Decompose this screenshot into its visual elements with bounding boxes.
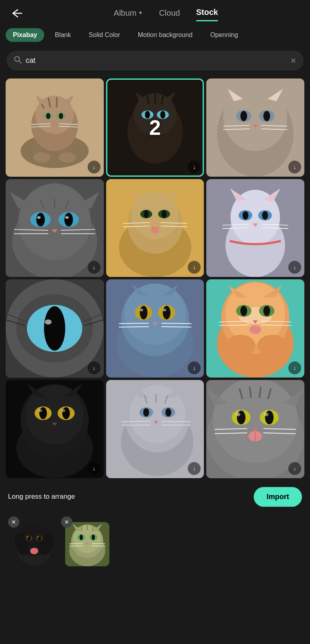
search-input[interactable] [26, 56, 286, 65]
download-icon-6: ↓ [294, 264, 296, 270]
svg-point-79 [161, 210, 166, 218]
svg-point-160 [62, 407, 70, 419]
cat-tab-motion-background[interactable]: Motion background [131, 28, 200, 42]
svg-point-142 [263, 306, 270, 316]
svg-point-58 [36, 213, 45, 226]
download-icon-4: ↓ [92, 264, 95, 270]
svg-point-21 [59, 152, 76, 162]
svg-point-215 [31, 541, 38, 547]
download-button-11[interactable]: ↓ [188, 462, 201, 475]
image-cell-6[interactable]: ↓ [206, 179, 304, 277]
svg-line-130 [161, 327, 191, 327]
search-clear-button[interactable]: ✕ [290, 56, 296, 65]
image-cell-1[interactable]: ↓ [6, 78, 104, 177]
thumb-remove-2[interactable]: ✕ [61, 516, 72, 528]
image-cell-12[interactable]: ↓ [206, 380, 304, 478]
svg-point-146 [257, 335, 287, 356]
svg-line-231 [92, 546, 105, 546]
svg-line-230 [92, 543, 105, 544]
album-label: Album [114, 8, 137, 18]
download-icon-9: ↓ [294, 365, 296, 371]
download-button-10[interactable]: ↓ [88, 462, 101, 475]
svg-point-194 [265, 411, 274, 424]
image-grid: ↓ [0, 76, 310, 481]
image-cell-3[interactable]: ↓ [206, 78, 304, 177]
image-cell-2[interactable]: 2 ↓ [106, 78, 204, 177]
image-cell-4[interactable]: ↓ [6, 179, 104, 277]
svg-line-178 [121, 421, 150, 422]
cat-tab-blank[interactable]: Blank [47, 28, 78, 42]
svg-line-128 [119, 327, 148, 327]
download-icon-1: ↓ [92, 164, 95, 170]
svg-point-109 [45, 320, 51, 325]
svg-line-229 [69, 546, 83, 546]
svg-point-226 [92, 535, 95, 540]
svg-point-162 [62, 409, 65, 412]
download-icon-12: ↓ [294, 465, 296, 472]
download-button-1[interactable]: ↓ [88, 161, 101, 173]
image-cell-7[interactable]: ↓ [6, 279, 104, 378]
svg-point-125 [163, 309, 166, 311]
download-icon-7: ↓ [92, 365, 95, 371]
image-cell-8[interactable]: ↓ [106, 279, 204, 378]
svg-point-44 [240, 111, 247, 121]
download-button-4[interactable]: ↓ [88, 261, 101, 274]
svg-point-172 [143, 408, 149, 417]
image-cell-9[interactable]: ↓ [206, 279, 304, 378]
search-bar: ✕ [6, 51, 304, 70]
cloud-label: Cloud [159, 8, 180, 18]
nav-album[interactable]: Album ▼ [114, 8, 143, 21]
nav-cloud[interactable]: Cloud [159, 8, 180, 21]
svg-point-61 [65, 216, 68, 219]
svg-point-87 [155, 254, 181, 270]
search-icon [14, 56, 22, 66]
stock-label: Stock [196, 8, 218, 17]
cat-tab-solid-color[interactable]: Solid Color [82, 28, 127, 42]
svg-point-122 [140, 306, 147, 320]
download-button-2[interactable]: ↓ [188, 161, 201, 173]
download-button-3[interactable]: ↓ [288, 161, 301, 173]
svg-line-150 [262, 325, 292, 326]
download-icon-8: ↓ [193, 365, 196, 371]
svg-point-216 [30, 548, 38, 554]
svg-point-184 [213, 380, 298, 463]
header: Album ▼ Cloud Stock [0, 0, 310, 22]
svg-point-13 [46, 113, 51, 119]
svg-line-1 [19, 61, 22, 64]
download-button-9[interactable]: ↓ [288, 361, 301, 374]
image-number-2: 2 [149, 116, 161, 140]
long-press-label: Long press to arrange [8, 493, 75, 501]
svg-point-159 [39, 407, 47, 419]
svg-point-173 [165, 408, 171, 417]
svg-point-81 [151, 227, 159, 233]
thumb-remove-1[interactable]: ✕ [8, 516, 19, 528]
cat-tab-openning[interactable]: Openning [203, 28, 245, 42]
svg-point-45 [263, 111, 270, 121]
svg-point-117 [124, 284, 186, 345]
image-cell-11[interactable]: ↓ [106, 380, 204, 478]
cat-tab-pixabay[interactable]: Pixabay [6, 28, 44, 42]
back-button[interactable] [8, 7, 26, 22]
svg-point-193 [237, 411, 246, 424]
import-button[interactable]: Import [254, 487, 302, 507]
thumb-item-1: ✕ [8, 516, 56, 565]
download-button-12[interactable]: ↓ [288, 462, 301, 475]
svg-point-214 [37, 536, 39, 538]
image-cell-10[interactable]: ↓ [6, 380, 104, 478]
selected-row: ✕ [0, 513, 310, 573]
svg-point-20 [33, 152, 50, 162]
svg-point-59 [64, 213, 73, 226]
category-tabs: Pixabay Blank Solid Color Motion backgro… [0, 22, 310, 45]
svg-point-225 [80, 535, 83, 540]
download-button-7[interactable]: ↓ [88, 361, 101, 374]
svg-point-97 [242, 211, 248, 219]
nav-stock[interactable]: Stock [196, 8, 218, 21]
svg-point-196 [264, 413, 269, 416]
svg-line-228 [69, 543, 83, 544]
image-cell-5[interactable]: ↓ [106, 179, 204, 277]
svg-point-145 [226, 335, 255, 356]
svg-point-98 [262, 211, 268, 219]
svg-point-86 [129, 254, 155, 270]
svg-point-30 [160, 111, 165, 119]
svg-line-127 [119, 323, 148, 324]
